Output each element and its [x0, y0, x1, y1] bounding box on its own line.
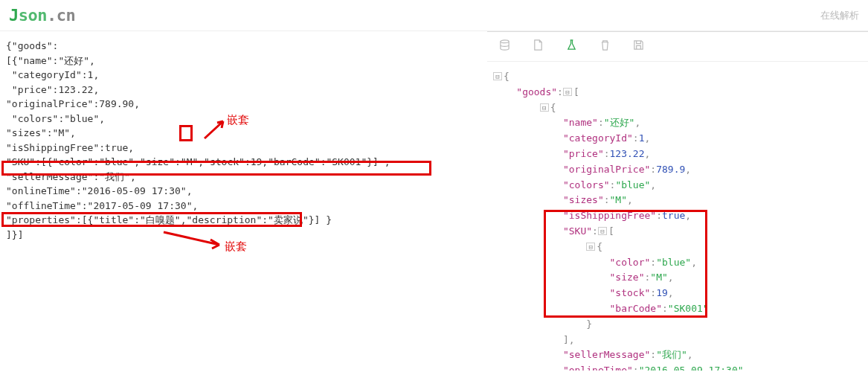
file-icon[interactable]	[533, 39, 544, 54]
code-line: "price":123.22,	[6, 83, 481, 97]
code-line: "SKU":[{"color":"blue","size":"M","stock…	[6, 155, 481, 170]
annotation-label-2: 嵌套	[225, 238, 247, 255]
code-line: "categoryId":1,	[6, 68, 481, 83]
json-tree[interactable]: ⊟{ "goods":⊟[ ⊟{ "name":"还好", "categoryI…	[487, 62, 868, 371]
logo-cn: cn	[57, 6, 76, 25]
database-icon[interactable]	[499, 39, 510, 54]
save-icon[interactable]	[633, 39, 644, 54]
code-line: "originalPrice":789.90,	[6, 97, 481, 112]
code-line: "offlineTime":"2017-05-09 17:30",	[6, 199, 481, 214]
collapse-icon[interactable]: ⊟	[493, 72, 502, 80]
annotation-small-box	[179, 125, 193, 141]
code-line: [{"name":"还好",	[6, 54, 481, 68]
arrow-up-icon	[201, 118, 229, 140]
collapse-icon[interactable]: ⊟	[563, 88, 572, 96]
collapse-icon[interactable]: ⊟	[586, 243, 595, 251]
logo-dot: .	[47, 6, 57, 25]
trash-icon[interactable]	[599, 39, 611, 54]
svg-point-0	[501, 40, 509, 43]
collapse-icon[interactable]: ⊟	[598, 227, 607, 235]
annotation-label-1: 嵌套	[227, 112, 249, 129]
code-line: "isShippingFree":true,	[6, 141, 481, 155]
toolbar	[487, 32, 868, 62]
logo-j: J	[9, 6, 19, 25]
json-input-pane[interactable]: {"goods": [{"name":"还好", "categoryId":1,…	[0, 31, 487, 371]
logo[interactable]: Json.cn	[9, 6, 75, 25]
arrow-down-icon	[160, 228, 227, 251]
header: Json.cn 在线解析	[0, 0, 868, 31]
logo-son: son	[19, 6, 47, 25]
code-line: "properties":[{"title":"白嗅题","descriptio…	[6, 213, 481, 228]
json-output-pane: ⊟{ "goods":⊟[ ⊟{ "name":"还好", "categoryI…	[487, 31, 868, 371]
code-line: "onlineTime":"2016-05-09 17:30",	[6, 184, 481, 199]
code-line: "sellerMessage":"我们",	[6, 170, 481, 185]
collapse-icon[interactable]: ⊟	[540, 103, 549, 112]
code-line: {"goods":	[6, 39, 481, 54]
flask-icon[interactable]	[566, 39, 577, 54]
nav-parse-link[interactable]: 在线解析	[820, 9, 859, 22]
main: {"goods": [{"name":"还好", "categoryId":1,…	[0, 31, 868, 371]
